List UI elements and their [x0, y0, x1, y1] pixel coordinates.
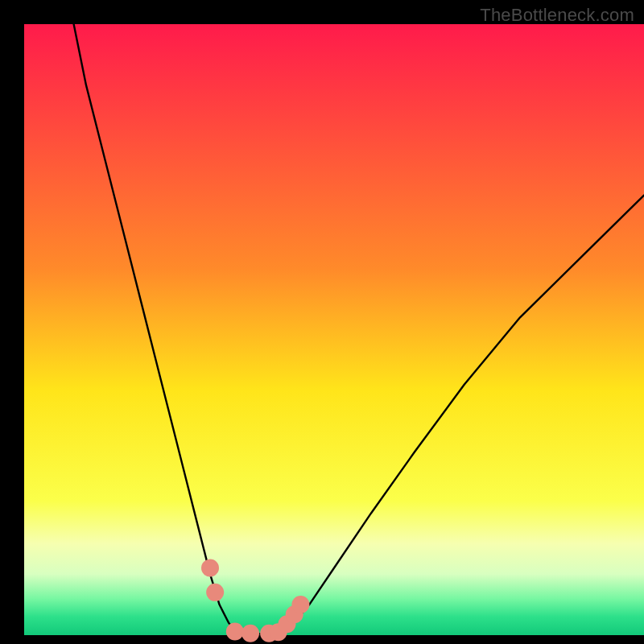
marker-point	[242, 625, 259, 642]
plot-background	[24, 24, 644, 635]
marker-point	[291, 596, 309, 613]
marker-point	[201, 559, 219, 577]
chart-container: TheBottleneck.com	[0, 0, 644, 644]
chart-svg	[0, 0, 644, 644]
marker-point	[226, 622, 244, 640]
marker-point	[206, 584, 224, 601]
watermark-text: TheBottleneck.com	[480, 5, 634, 26]
